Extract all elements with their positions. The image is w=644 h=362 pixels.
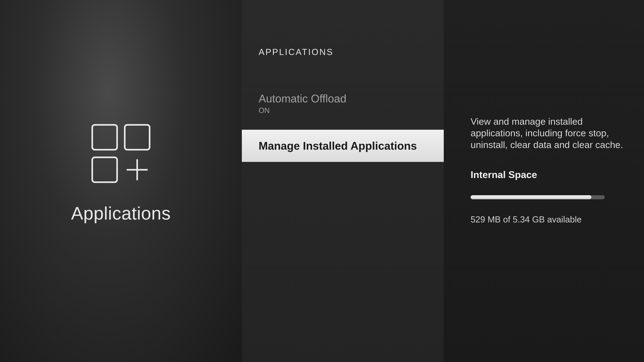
menu-item-title: Manage Installed Applications [258, 139, 444, 152]
storage-available-text: 529 MB of 5.34 GB available [470, 214, 624, 224]
storage-title: Internal Space [470, 169, 624, 180]
description-text: View and manage installed applications, … [470, 116, 624, 150]
menu-item-manage-installed-applications[interactable]: Manage Installed Applications [242, 130, 444, 162]
svg-rect-0 [92, 125, 117, 150]
left-panel-title: Applications [71, 203, 171, 224]
svg-rect-2 [92, 157, 117, 182]
applications-header: APPLICATIONS [258, 47, 444, 57]
storage-progress-fill [470, 195, 591, 199]
left-panel: Applications [0, 0, 242, 362]
storage-progress-bar [470, 195, 605, 199]
applications-icon [89, 122, 153, 186]
right-panel: View and manage installed applications, … [444, 0, 644, 362]
menu-item-subtitle: ON [258, 106, 444, 115]
menu-item-title: Automatic Offload [258, 92, 444, 105]
middle-panel: APPLICATIONS Automatic Offload ON Manage… [242, 0, 444, 362]
svg-rect-1 [125, 125, 150, 150]
menu-item-automatic-offload[interactable]: Automatic Offload ON [242, 85, 444, 121]
